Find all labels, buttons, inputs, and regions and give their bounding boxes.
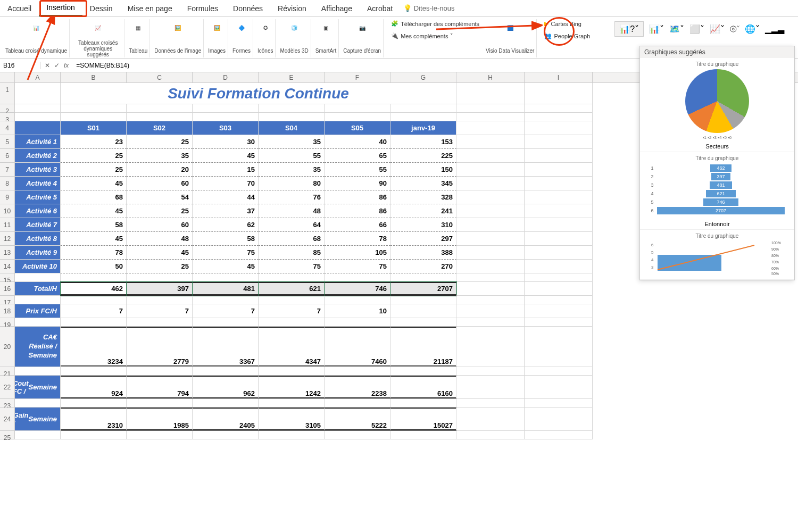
data-cell[interactable]: 55 [259,149,325,163]
cancel-icon[interactable]: ✕ [45,62,50,69]
funnel-suggestion[interactable]: Titre du graphique 146223973481462157466… [640,152,794,230]
chart-map-button[interactable]: 🗺️˅ [669,24,684,34]
row-1[interactable]: 1 [0,83,15,104]
models3d-button[interactable]: 🧊Modèles 3D [278,19,311,57]
data-cell[interactable]: 86 [325,190,390,204]
data-cell[interactable]: 75 [259,260,325,273]
data-cell[interactable]: 75 [193,246,259,260]
data-cell[interactable]: 66 [325,218,390,232]
data-cell[interactable]: 45 [61,232,127,246]
data-cell[interactable]: 48 [127,232,193,246]
data-cell[interactable]: 80 [259,177,325,190]
data-cell[interactable]: 225 [390,149,456,163]
shapes-button[interactable]: 🔷Formes [230,19,253,57]
chart-column-button[interactable]: 📊˅ [649,24,664,34]
tab-insertion[interactable]: Insertion [39,0,82,16]
chart-scatter-button[interactable]: ⦾˅ [730,24,739,34]
col-E[interactable]: E [259,72,325,82]
data-cell[interactable]: 54 [127,190,193,204]
name-box[interactable]: B16 [0,62,40,69]
bing-button[interactable]: ▶Cartes Bing [542,19,592,28]
col-D[interactable]: D [193,72,259,82]
cout-label[interactable]: Cout FC /Semaine [15,376,61,399]
people-button[interactable]: 👥People Graph [542,31,592,40]
data-cell[interactable]: 85 [259,246,325,260]
data-cell[interactable]: 105 [325,246,390,260]
tell-me[interactable]: 💡 Dites-le-nous [403,4,454,12]
data-cell[interactable]: 297 [390,232,456,246]
data-cell[interactable]: 25 [61,163,127,177]
row-label[interactable]: Activité 9 [15,246,61,260]
row-label[interactable]: Activité 1 [15,135,61,149]
data-cell[interactable]: 23 [61,135,127,149]
fx-icon[interactable]: fx [64,62,69,69]
prix-label[interactable]: Prix FC/H [15,304,61,318]
capture-button[interactable]: 📷Capture d'écran [341,19,384,57]
ca-label[interactable]: CA€Réalisé /Semaine [15,327,61,367]
hdr-S05[interactable]: S05 [325,121,390,135]
data-cell[interactable]: 64 [259,218,325,232]
hdr-S03[interactable]: S03 [193,121,259,135]
data-cell[interactable]: 86 [325,204,390,218]
data-cell[interactable]: 58 [193,232,259,246]
pivot-sugg-button[interactable]: 📈Tableaux croisés dynamiques suggérés [72,19,124,57]
data-cell[interactable]: 37 [193,204,259,218]
col-H[interactable]: H [456,72,525,82]
row-label[interactable]: Activité 7 [15,218,61,232]
images-button[interactable]: 🖼️Images [206,19,228,57]
tab-dessin[interactable]: Dessin [82,1,120,16]
data-cell[interactable]: 45 [193,260,259,273]
data-cell[interactable]: 55 [325,163,390,177]
hdr-S04[interactable]: S04 [259,121,325,135]
data-cell[interactable]: 25 [127,135,193,149]
row-label[interactable]: Activité 2 [15,149,61,163]
data-cell[interactable]: 45 [61,204,127,218]
col-B[interactable]: B [61,72,127,82]
icons-button[interactable]: ✪Icônes [255,19,276,57]
row-label[interactable]: Activité 6 [15,204,61,218]
row-label[interactable]: Activité 8 [15,232,61,246]
data-cell[interactable]: 25 [127,204,193,218]
hdr-S02[interactable]: S02 [127,121,193,135]
row-label[interactable]: Activité 3 [15,163,61,177]
row-label[interactable]: Activité 10 [15,260,61,273]
enter-icon[interactable]: ✓ [54,62,60,69]
row-label[interactable]: Activité 5 [15,190,61,204]
chart-stat-button[interactable]: 📈˅ [710,24,725,34]
data-cell[interactable]: 40 [325,135,390,149]
tab-donnees[interactable]: Données [226,1,270,16]
data-cell[interactable]: 78 [61,246,127,260]
chart-hier-button[interactable]: ⬜˅ [689,24,704,34]
data-cell[interactable]: 45 [127,246,193,260]
smartart-button[interactable]: ▣SmartArt [313,19,339,57]
data-cell[interactable]: 60 [127,177,193,190]
data-cell[interactable]: 65 [325,149,390,163]
data-cell[interactable]: 388 [390,246,456,260]
image-data-button[interactable]: 🖼️Données de l'image [152,19,204,57]
data-cell[interactable]: 310 [390,218,456,232]
hdr-janv[interactable]: janv-19 [390,121,456,135]
dl-addins-button[interactable]: 🧩Télécharger des compléments [389,19,481,28]
my-addins-button[interactable]: 🔌Mes compléments ˅ [389,31,481,40]
col-G[interactable]: G [390,72,456,82]
data-cell[interactable]: 150 [390,163,456,177]
tab-mise-en-page[interactable]: Mise en page [120,1,180,16]
combo-suggestion[interactable]: Titre du graphique 6543 100%90%80%70%60%… [640,230,794,280]
col-F[interactable]: F [325,72,390,82]
data-cell[interactable]: 44 [193,190,259,204]
chart-3dmap-button[interactable]: 🌐˅ [745,24,760,34]
data-cell[interactable]: 45 [193,149,259,163]
cell-A1[interactable] [15,83,61,104]
pie-suggestion[interactable]: Titre du graphique •1 •2 •3 •4 •5 •6 Sec… [640,58,794,152]
gain-label[interactable]: Gain /Semaine [15,408,61,431]
data-cell[interactable]: 50 [61,260,127,273]
data-cell[interactable]: 241 [390,204,456,218]
data-cell[interactable]: 153 [390,135,456,149]
tab-revision[interactable]: Révision [270,1,314,16]
data-cell[interactable]: 25 [127,260,193,273]
data-cell[interactable]: 76 [259,190,325,204]
data-cell[interactable]: 270 [390,260,456,273]
tab-acrobat[interactable]: Acrobat [360,1,400,16]
data-cell[interactable]: 75 [325,260,390,273]
select-all-corner[interactable] [0,72,15,82]
